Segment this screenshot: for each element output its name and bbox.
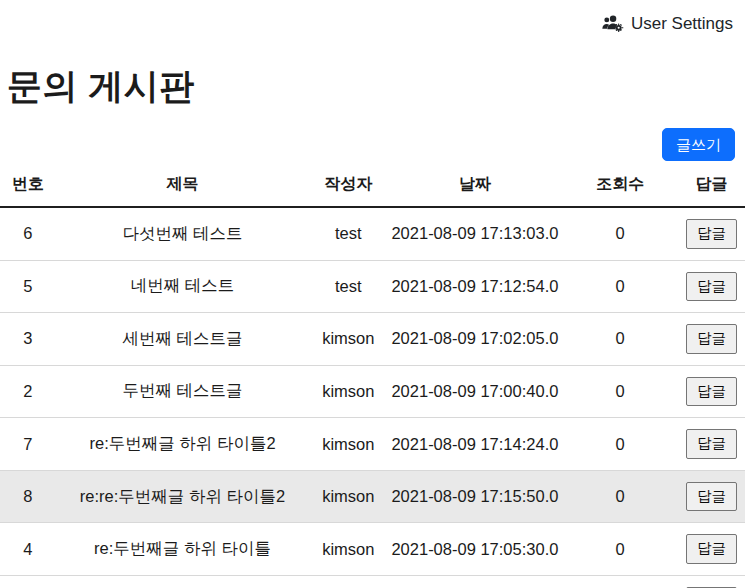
cell-title[interactable]: 두번째 테스트글 — [56, 365, 309, 418]
reply-button[interactable]: 답글 — [686, 429, 737, 459]
cell-author: kimson — [309, 470, 387, 523]
board-table: 번호 제목 작성자 날짜 조회수 답글 6 다섯번째 테스트 test 2021… — [0, 166, 745, 588]
cell-reply: 답글 — [678, 313, 745, 366]
board-table-header: 번호 제목 작성자 날짜 조회수 답글 — [0, 166, 745, 207]
cell-views: 0 — [562, 575, 677, 588]
cell-author: test — [309, 260, 387, 313]
cell-date: 2021-08-09 17:12:54.0 — [387, 260, 562, 313]
cell-no: 1 — [0, 575, 56, 588]
cell-title[interactable]: 세번째 테스트글 — [56, 313, 309, 366]
cell-reply: 답글 — [678, 470, 745, 523]
cell-reply: 답글 — [678, 418, 745, 471]
table-row: 7 re:두번째글 하위 타이틀2 kimson 2021-08-09 17:1… — [0, 418, 745, 471]
cell-reply: 답글 — [678, 260, 745, 313]
cell-title[interactable]: re:두번째글 하위 타이틀2 — [56, 418, 309, 471]
cell-author: kimson — [309, 365, 387, 418]
column-header-views: 조회수 — [562, 166, 677, 207]
page-title: 문의 게시판 — [7, 67, 745, 106]
cell-title[interactable]: 테스트 글입니다. — [56, 575, 309, 588]
table-row: 5 네번째 테스트 test 2021-08-09 17:12:54.0 0 답… — [0, 260, 745, 313]
cell-date: 2021-08-09 17:15:50.0 — [387, 470, 562, 523]
column-header-no: 번호 — [0, 166, 56, 207]
reply-button[interactable]: 답글 — [686, 377, 737, 407]
cell-date: 2021-08-09 16:53:02.0 — [387, 575, 562, 588]
cell-views: 0 — [562, 260, 677, 313]
topbar: User Settings — [0, 0, 745, 36]
cell-title[interactable]: 네번째 테스트 — [56, 260, 309, 313]
column-header-reply: 답글 — [678, 166, 745, 207]
table-row: 8 re:re:두번째글 하위 타이틀2 kimson 2021-08-09 1… — [0, 470, 745, 523]
cell-views: 0 — [562, 418, 677, 471]
write-post-button[interactable]: 글쓰기 — [662, 128, 735, 162]
cell-date: 2021-08-09 17:00:40.0 — [387, 365, 562, 418]
cell-views: 0 — [562, 523, 677, 576]
cell-reply: 답글 — [678, 575, 745, 588]
reply-button[interactable]: 답글 — [686, 534, 737, 564]
cell-reply: 답글 — [678, 523, 745, 576]
column-header-date: 날짜 — [387, 166, 562, 207]
column-header-title: 제목 — [56, 166, 309, 207]
cell-no: 3 — [0, 313, 56, 366]
table-row: 1 테스트 글입니다. test 2021-08-09 16:53:02.0 0… — [0, 575, 745, 588]
cell-reply: 답글 — [678, 365, 745, 418]
cell-views: 0 — [562, 365, 677, 418]
cell-date: 2021-08-09 17:05:30.0 — [387, 523, 562, 576]
cell-title[interactable]: re:두번째글 하위 타이틀 — [56, 523, 309, 576]
cell-date: 2021-08-09 17:02:05.0 — [387, 313, 562, 366]
cell-author: kimson — [309, 313, 387, 366]
cell-reply: 답글 — [678, 207, 745, 260]
reply-button[interactable]: 답글 — [686, 324, 737, 354]
cell-no: 7 — [0, 418, 56, 471]
cell-author: kimson — [309, 523, 387, 576]
cell-author: test — [309, 207, 387, 260]
table-row: 6 다섯번째 테스트 test 2021-08-09 17:13:03.0 0 … — [0, 207, 745, 260]
table-row: 3 세번째 테스트글 kimson 2021-08-09 17:02:05.0 … — [0, 313, 745, 366]
cell-views: 0 — [562, 207, 677, 260]
cell-author: test — [309, 575, 387, 588]
toolbar: 글쓰기 — [0, 106, 745, 167]
user-settings-link[interactable]: User Settings — [601, 14, 733, 34]
cell-title[interactable]: 다섯번째 테스트 — [56, 207, 309, 260]
table-row: 4 re:두번째글 하위 타이틀 kimson 2021-08-09 17:05… — [0, 523, 745, 576]
cell-no: 8 — [0, 470, 56, 523]
reply-button[interactable]: 답글 — [686, 272, 737, 302]
cell-no: 2 — [0, 365, 56, 418]
cell-date: 2021-08-09 17:13:03.0 — [387, 207, 562, 260]
reply-button[interactable]: 답글 — [686, 219, 737, 249]
board-table-body: 6 다섯번째 테스트 test 2021-08-09 17:13:03.0 0 … — [0, 207, 745, 588]
cell-no: 5 — [0, 260, 56, 313]
cell-views: 0 — [562, 470, 677, 523]
cell-no: 4 — [0, 523, 56, 576]
table-row: 2 두번째 테스트글 kimson 2021-08-09 17:00:40.0 … — [0, 365, 745, 418]
cell-views: 0 — [562, 313, 677, 366]
cell-title[interactable]: re:re:두번째글 하위 타이틀2 — [56, 470, 309, 523]
user-settings-label: User Settings — [631, 14, 733, 34]
cell-author: kimson — [309, 418, 387, 471]
users-cog-icon — [601, 14, 624, 33]
cell-date: 2021-08-09 17:14:24.0 — [387, 418, 562, 471]
reply-button[interactable]: 답글 — [686, 482, 737, 512]
column-header-author: 작성자 — [309, 166, 387, 207]
cell-no: 6 — [0, 207, 56, 260]
